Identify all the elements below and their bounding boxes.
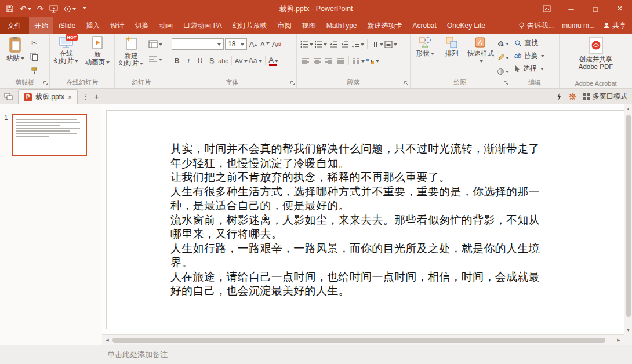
change-case-button[interactable]: Aa (249, 55, 262, 67)
maximize-button[interactable]: □ (583, 0, 608, 17)
paragraph-row-1 (300, 38, 397, 50)
settings-gear-icon[interactable] (568, 93, 576, 101)
arrange-button[interactable]: 排列 (439, 36, 464, 57)
horizontal-scroll-thumb[interactable] (112, 338, 605, 343)
share-button[interactable]: 共享 (603, 21, 626, 31)
scroll-up-icon[interactable]: ▲ (624, 107, 632, 111)
grow-font-button[interactable]: A (248, 38, 259, 50)
copy-button[interactable] (29, 51, 39, 63)
shape-fill-button[interactable] (497, 38, 509, 49)
tab-new-tab[interactable]: 新建选项卡 (362, 17, 408, 34)
tab-pocket-animation-pa[interactable]: 口袋动画 PA (178, 17, 227, 34)
font-name-combo[interactable] (172, 38, 224, 50)
start-slideshow-button[interactable] (49, 5, 58, 13)
justify-button[interactable] (335, 55, 346, 67)
tab-onekey-lite[interactable]: OneKey Lite (442, 17, 491, 34)
slide-text-box[interactable]: 其实，时间并不会真的帮我们解决什么问题，只不过时光流转，渐渐带走了 年少轻狂，也… (170, 142, 540, 299)
tab-islide[interactable]: iSlide (53, 17, 81, 34)
save-button[interactable] (6, 5, 14, 13)
tab-review[interactable]: 审阅 (273, 17, 297, 34)
text-direction-button[interactable] (371, 38, 383, 50)
notes-pane[interactable]: 单击此处添加备注 (0, 345, 632, 364)
new-slide-button[interactable]: 新建 幻灯片 (117, 36, 145, 67)
quick-styles-button[interactable]: 快速样式 (466, 36, 496, 65)
document-tab[interactable]: P 裁剪.pptx × (18, 89, 78, 104)
tab-animations[interactable]: 动画 (154, 17, 178, 34)
scroll-down-icon[interactable]: ▼ (624, 328, 632, 332)
find-button[interactable]: 查找 (510, 37, 559, 49)
drawing-dialog-launcher-icon[interactable] (503, 81, 508, 86)
paragraph-row-2 (300, 55, 379, 67)
customize-qat-button[interactable] (82, 7, 86, 11)
shape-effects-button[interactable] (497, 65, 509, 77)
tab-acrobat[interactable]: Acrobat (408, 17, 442, 34)
underline-button[interactable]: U (195, 55, 205, 67)
minimize-button[interactable]: ─ (559, 0, 583, 17)
tab-slide-show[interactable]: 幻灯片放映 (227, 17, 273, 34)
replace-button[interactable]: ab 替换 (510, 49, 559, 62)
cut-button[interactable]: ✂ (29, 37, 39, 49)
format-painter-button[interactable] (29, 65, 39, 77)
vertical-scroll-thumb[interactable] (626, 115, 631, 317)
font-dialog-launcher-icon[interactable] (290, 81, 295, 86)
tab-insert[interactable]: 插入 (81, 17, 105, 34)
new-animation-page-button[interactable]: 新 动画页 (83, 36, 112, 66)
close-button[interactable]: × (608, 0, 632, 17)
paragraph-dialog-launcher-icon[interactable] (404, 81, 409, 86)
align-center-button[interactable] (312, 55, 322, 67)
tab-mathtype[interactable]: MathType (321, 17, 362, 34)
paste-button[interactable]: 粘贴 (3, 36, 27, 62)
line-spacing-button[interactable] (351, 38, 364, 50)
font-color-button[interactable]: A (268, 55, 279, 67)
align-left-button[interactable] (300, 55, 311, 67)
new-tab-button[interactable]: + (94, 92, 99, 101)
tab-file[interactable]: 文件 (0, 17, 29, 34)
tab-home[interactable]: 开始 (29, 17, 53, 34)
scroll-right-icon[interactable]: ▶ (615, 335, 623, 345)
section-button[interactable] (148, 53, 162, 65)
character-spacing-button[interactable]: AV (235, 55, 248, 67)
text-shadow-button[interactable]: S (206, 55, 217, 67)
increase-indent-button[interactable] (340, 38, 350, 50)
tab-view[interactable]: 视图 (297, 17, 321, 34)
columns-button[interactable] (352, 55, 365, 67)
undo-button[interactable]: ↶ (20, 5, 31, 13)
align-right-button[interactable] (324, 55, 334, 67)
touch-mode-button[interactable] (64, 5, 76, 13)
horizontal-scrollbar[interactable]: ◀ ▶ (102, 334, 624, 345)
slide-editing-area[interactable]: 其实，时间并不会真的帮我们解决什么问题，只不过时光流转，渐渐带走了 年少轻狂，也… (102, 104, 624, 334)
strikethrough-button[interactable]: abc (218, 55, 228, 67)
font-size-combo[interactable]: 18 (225, 38, 247, 50)
create-share-pdf-button[interactable]: 创建并共享 Adobe PDF (567, 36, 625, 71)
clear-formatting-button[interactable]: A (271, 38, 282, 50)
tab-transitions[interactable]: 切换 (129, 17, 154, 34)
convert-smartart-button[interactable] (366, 55, 379, 67)
select-button[interactable]: 选择 (510, 62, 559, 75)
shapes-button[interactable]: 形状 (412, 36, 438, 57)
scroll-left-icon[interactable]: ◀ (103, 335, 111, 345)
document-tab-close-icon[interactable]: × (68, 94, 72, 101)
tell-me-box[interactable]: 告诉我... (518, 21, 554, 31)
shape-outline-button[interactable] (497, 52, 509, 63)
vertical-scrollbar[interactable]: ▲ ▼ (624, 104, 632, 334)
bold-button[interactable]: B (172, 55, 182, 67)
italic-button[interactable]: I (183, 55, 194, 67)
ribbon-display-options-button[interactable] (535, 0, 559, 17)
tab-design[interactable]: 设计 (105, 17, 129, 34)
shrink-font-button[interactable]: A (260, 38, 270, 50)
clipboard-dialog-launcher-icon[interactable] (43, 81, 48, 86)
redo-button[interactable]: ↷ (37, 5, 44, 13)
bullets-button[interactable] (300, 38, 313, 50)
multi-window-mode-button[interactable]: 多窗口模式 (583, 92, 627, 101)
doc-tab-menu-icon[interactable] (4, 93, 13, 100)
align-text-button[interactable] (384, 38, 397, 50)
slide-canvas[interactable]: 其实，时间并不会真的帮我们解决什么问题，只不过时光流转，渐渐带走了 年少轻狂，也… (106, 110, 624, 329)
tab-more-icon[interactable]: ⋮ (82, 92, 89, 101)
slide-thumbnail[interactable] (12, 114, 87, 156)
numbering-button[interactable] (314, 38, 327, 50)
tools-bolt-icon[interactable] (556, 93, 562, 101)
decrease-indent-button[interactable] (328, 38, 339, 50)
slide-layout-button[interactable] (148, 38, 162, 50)
account-name[interactable]: mumu m... (562, 21, 595, 30)
font-row-2: B I U S abc AV Aa A (172, 55, 279, 67)
